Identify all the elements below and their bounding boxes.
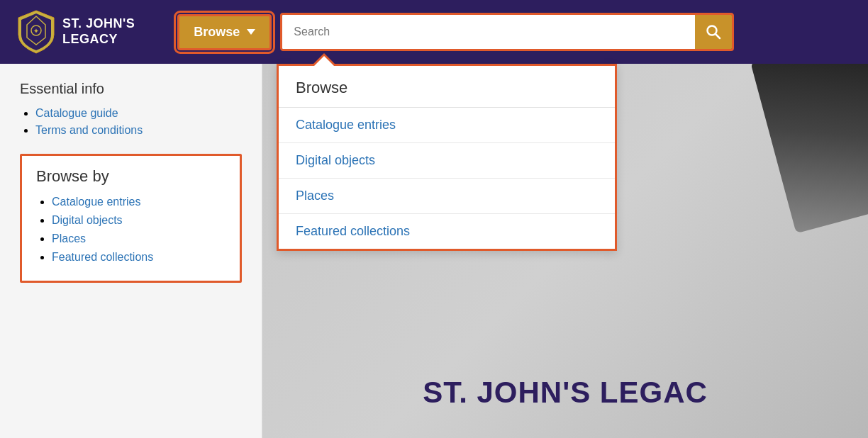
dropdown-catalogue-entries-link[interactable]: Catalogue entries bbox=[296, 118, 396, 132]
site-header: ✦ ST. JOHN'S LEGACY Browse bbox=[0, 0, 868, 64]
sidebar-catalogue-entries-link[interactable]: Catalogue entries bbox=[52, 196, 140, 208]
chevron-down-icon bbox=[247, 29, 255, 35]
browse-button[interactable]: Browse bbox=[177, 14, 272, 50]
list-item: Catalogue guide bbox=[35, 107, 242, 120]
logo-text: ST. JOHN'S LEGACY bbox=[62, 16, 135, 47]
list-item: Terms and conditions bbox=[35, 124, 242, 137]
list-item: Places bbox=[52, 232, 226, 245]
catalogue-guide-link[interactable]: Catalogue guide bbox=[35, 107, 118, 119]
sidebar-digital-objects-link[interactable]: Digital objects bbox=[52, 214, 123, 226]
browse-by-box: Browse by Catalogue entries Digital obje… bbox=[20, 154, 242, 283]
list-item: Catalogue entries bbox=[52, 196, 226, 208]
decorative-object bbox=[750, 64, 868, 233]
list-item: Digital objects bbox=[52, 214, 226, 227]
browse-dropdown: Browse Catalogue entries Digital objects… bbox=[277, 64, 617, 251]
dropdown-digital-objects[interactable]: Digital objects bbox=[279, 143, 615, 179]
essential-info-list: Catalogue guide Terms and conditions bbox=[20, 107, 242, 137]
svg-text:✦: ✦ bbox=[33, 28, 39, 35]
dropdown-arrow bbox=[314, 56, 334, 66]
browse-by-title: Browse by bbox=[36, 167, 226, 186]
search-button[interactable] bbox=[695, 15, 732, 49]
dropdown-places-link[interactable]: Places bbox=[296, 189, 334, 203]
sidebar-places-link[interactable]: Places bbox=[52, 232, 86, 245]
browse-by-list: Catalogue entries Digital objects Places… bbox=[36, 196, 226, 264]
dropdown-title: Browse bbox=[279, 66, 615, 108]
browse-button-label: Browse bbox=[194, 25, 240, 40]
list-item: Featured collections bbox=[52, 251, 226, 264]
svg-line-3 bbox=[716, 34, 720, 38]
dropdown-digital-objects-link[interactable]: Digital objects bbox=[296, 153, 375, 167]
sidebar-featured-collections-link[interactable]: Featured collections bbox=[52, 251, 153, 263]
search-input[interactable] bbox=[282, 15, 695, 49]
dropdown-places[interactable]: Places bbox=[279, 179, 615, 214]
logo-shield-icon: ✦ bbox=[17, 9, 55, 55]
dropdown-featured-collections[interactable]: Featured collections bbox=[279, 214, 615, 249]
sidebar: Essential info Catalogue guide Terms and… bbox=[0, 64, 262, 438]
dropdown-catalogue-entries[interactable]: Catalogue entries bbox=[279, 108, 615, 143]
main-heading: ST. JOHN'S LEGAC bbox=[423, 376, 708, 410]
dropdown-featured-collections-link[interactable]: Featured collections bbox=[296, 224, 410, 238]
terms-conditions-link[interactable]: Terms and conditions bbox=[35, 124, 143, 136]
search-icon bbox=[706, 24, 721, 40]
header-nav: Browse bbox=[177, 13, 851, 51]
search-container bbox=[280, 13, 734, 51]
essential-info-title: Essential info bbox=[20, 81, 242, 97]
logo: ✦ ST. JOHN'S LEGACY bbox=[17, 9, 135, 55]
